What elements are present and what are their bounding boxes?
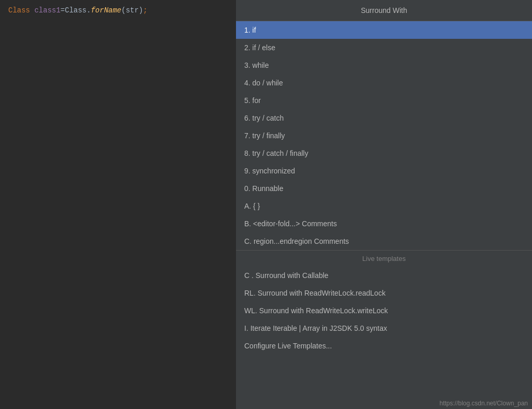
live-template-2[interactable]: RL. Surround with ReadWriteLock.readLock [236, 284, 532, 302]
tooltip-bar: https://blog.csdn.net/Clown_pan [435, 398, 532, 409]
code-args: (str) [121, 6, 143, 14]
menu-item-8[interactable]: 8. try / catch / finally [236, 144, 532, 162]
live-template-3[interactable]: WL. Surround with ReadWriteLock.writeLoc… [236, 302, 532, 319]
code-class-keyword: Class [8, 6, 34, 14]
surround-with-popup: Surround With 1. if 2. if / else 3. whil… [236, 0, 532, 409]
live-template-4[interactable]: I. Iterate Iterable | Array in J2SDK 5.0… [236, 319, 532, 337]
menu-item-A[interactable]: A. { } [236, 197, 532, 215]
code-dot: . [86, 6, 91, 14]
menu-item-B[interactable]: B. <editor-fold...> Comments [236, 215, 532, 232]
menu-item-0[interactable]: 0. Runnable [236, 180, 532, 197]
menu-item-C[interactable]: C. region...endregion Comments [236, 232, 532, 250]
code-editor: Class class1=Class.forName(str); [0, 0, 238, 409]
code-semicolon: ; [143, 6, 147, 14]
live-templates-label: Live templates [236, 250, 532, 267]
menu-item-7[interactable]: 7. try / finally [236, 127, 532, 144]
menu-item-5[interactable]: 5. for [236, 92, 532, 109]
menu-item-3[interactable]: 3. while [236, 56, 532, 74]
code-method: forName [91, 6, 122, 14]
live-template-5[interactable]: Configure Live Templates... [236, 337, 532, 355]
popup-title: Surround With [236, 0, 532, 21]
code-equals: = [61, 6, 65, 14]
menu-item-2[interactable]: 2. if / else [236, 39, 532, 56]
menu-item-1[interactable]: 1. if [236, 21, 532, 39]
menu-item-9[interactable]: 9. synchronized [236, 162, 532, 180]
menu-item-4[interactable]: 4. do / while [236, 74, 532, 92]
code-line-1: Class class1=Class.forName(str); [8, 5, 230, 16]
menu-list: 1. if 2. if / else 3. while 4. do / whil… [236, 21, 532, 409]
code-classname: Class [65, 6, 86, 14]
code-variable: class1 [34, 6, 60, 14]
menu-item-6[interactable]: 6. try / catch [236, 109, 532, 127]
live-template-1[interactable]: C . Surround with Callable [236, 267, 532, 284]
